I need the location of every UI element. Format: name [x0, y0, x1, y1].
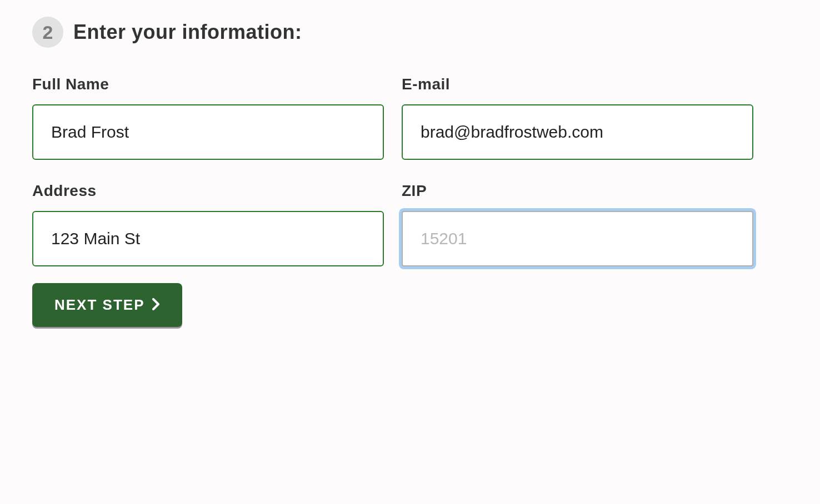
step-number-badge: 2: [32, 17, 63, 48]
info-form: Full Name E-mail Address ZIP: [32, 75, 753, 266]
step-title: Enter your information:: [73, 21, 302, 44]
button-row: NEXT STEP: [32, 283, 788, 327]
zip-label: ZIP: [402, 182, 753, 200]
field-address: Address: [32, 182, 384, 266]
email-input[interactable]: [402, 104, 753, 160]
field-full-name: Full Name: [32, 75, 384, 160]
address-label: Address: [32, 182, 384, 200]
full-name-input[interactable]: [32, 104, 384, 160]
step-number: 2: [43, 22, 53, 43]
next-step-button[interactable]: NEXT STEP: [32, 283, 182, 327]
address-input[interactable]: [32, 211, 384, 266]
step-heading: 2 Enter your information:: [32, 17, 788, 48]
field-email: E-mail: [402, 75, 753, 160]
zip-input[interactable]: [402, 211, 753, 266]
full-name-label: Full Name: [32, 75, 384, 93]
field-zip: ZIP: [402, 182, 753, 266]
next-step-label: NEXT STEP: [54, 296, 144, 314]
chevron-right-icon: [152, 298, 160, 313]
email-label: E-mail: [402, 75, 753, 93]
